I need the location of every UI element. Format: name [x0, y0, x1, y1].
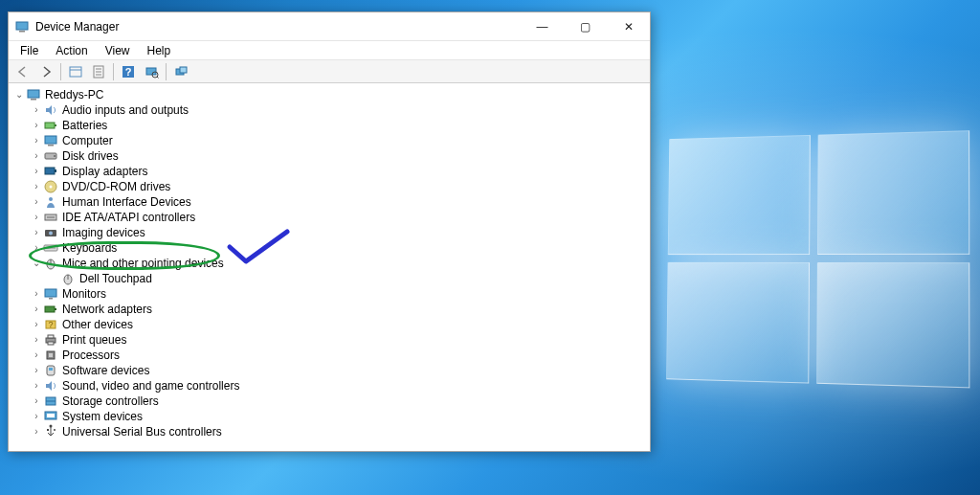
uninstall-button[interactable]	[170, 62, 191, 81]
chevron-right-icon[interactable]: ›	[30, 317, 43, 332]
menu-help[interactable]: Help	[140, 43, 179, 58]
category-label: Batteries	[62, 118, 107, 133]
svg-rect-56	[47, 429, 49, 431]
show-hide-tree-button[interactable]	[65, 62, 86, 81]
svg-line-12	[157, 77, 159, 79]
minimize-button[interactable]: —	[521, 12, 564, 40]
category-label: Sound, video and game controllers	[62, 378, 239, 394]
category-other[interactable]: › ? Other devices	[30, 317, 650, 332]
category-usb[interactable]: › Universal Serial Bus controllers	[30, 424, 650, 439]
device-manager-window: Device Manager — ▢ ✕ File Action View He…	[8, 11, 651, 452]
chevron-right-icon[interactable]: ›	[30, 240, 43, 256]
help-button[interactable]: ?	[118, 62, 139, 81]
hid-icon	[43, 194, 58, 210]
system-icon	[43, 409, 58, 424]
printer-icon	[43, 332, 58, 348]
menu-action[interactable]: Action	[48, 43, 95, 58]
svg-rect-54	[47, 414, 55, 417]
forward-button[interactable]	[35, 62, 56, 81]
chevron-down-icon[interactable]: ⌄	[12, 87, 26, 102]
tree-root-children: › Audio inputs and outputs › Batteries ›…	[12, 102, 650, 439]
ide-icon	[43, 210, 58, 225]
chevron-right-icon[interactable]: ›	[30, 286, 43, 302]
chevron-right-icon[interactable]: ›	[30, 348, 43, 363]
device-dell-touchpad[interactable]: › Dell Touchpad	[47, 271, 650, 286]
svg-rect-16	[31, 99, 36, 101]
chevron-right-icon[interactable]: ›	[30, 164, 43, 179]
svg-rect-14	[180, 67, 187, 73]
toolbar: ?	[9, 60, 650, 83]
maximize-button[interactable]: ▢	[564, 12, 607, 40]
chevron-right-icon[interactable]: ›	[30, 302, 43, 317]
svg-rect-46	[48, 342, 54, 345]
svg-point-26	[50, 186, 53, 189]
close-button[interactable]: ✕	[607, 12, 650, 40]
computer-icon	[43, 133, 58, 148]
chevron-right-icon[interactable]: ›	[30, 118, 43, 133]
category-dvd[interactable]: › DVD/CD-ROM drives	[30, 179, 650, 194]
chevron-right-icon[interactable]: ›	[30, 409, 43, 424]
chevron-right-icon[interactable]: ›	[30, 194, 43, 210]
category-hid[interactable]: › Human Interface Devices	[30, 194, 650, 210]
category-ide[interactable]: › IDE ATA/ATAPI controllers	[30, 210, 650, 225]
chevron-right-icon[interactable]: ›	[30, 148, 43, 164]
svg-point-55	[50, 425, 53, 428]
category-label: Network adapters	[62, 302, 152, 317]
device-label: Dell Touchpad	[79, 271, 152, 286]
scan-hardware-button[interactable]	[141, 62, 162, 81]
chevron-right-icon[interactable]: ›	[30, 225, 43, 240]
svg-rect-2	[70, 67, 81, 77]
properties-button[interactable]	[88, 62, 109, 81]
chevron-right-icon[interactable]: ›	[30, 332, 43, 348]
chevron-right-icon[interactable]: ›	[30, 363, 43, 378]
chevron-right-icon[interactable]: ›	[30, 179, 43, 194]
category-monitors[interactable]: › Monitors	[30, 286, 650, 302]
tree-root[interactable]: ⌄ Reddys-PC	[12, 87, 650, 102]
svg-rect-40	[45, 306, 55, 312]
network-icon	[43, 302, 58, 317]
category-keyboards[interactable]: › Keyboards	[30, 240, 650, 256]
category-disk-drives[interactable]: › Disk drives	[30, 148, 650, 164]
category-audio[interactable]: › Audio inputs and outputs	[30, 102, 650, 118]
mouse-icon	[43, 256, 58, 271]
svg-text:?: ?	[125, 66, 132, 78]
category-label: DVD/CD-ROM drives	[62, 179, 170, 194]
category-processors[interactable]: › Processors	[30, 348, 650, 363]
category-storage[interactable]: › Storage controllers	[30, 394, 650, 409]
chevron-right-icon[interactable]: ›	[30, 210, 43, 225]
menu-view[interactable]: View	[98, 43, 138, 58]
category-mice-children: › Dell Touchpad	[30, 271, 650, 286]
category-batteries[interactable]: › Batteries	[30, 118, 650, 133]
chevron-right-icon[interactable]: ›	[30, 102, 43, 118]
category-imaging[interactable]: › Imaging devices	[30, 225, 650, 240]
category-label: Storage controllers	[62, 394, 159, 409]
category-network[interactable]: › Network adapters	[30, 302, 650, 317]
tree-root-label: Reddys-PC	[45, 87, 103, 102]
menu-file[interactable]: File	[12, 43, 46, 58]
chevron-right-icon[interactable]: ›	[30, 133, 43, 148]
category-label: Processors	[62, 348, 120, 363]
category-label: Monitors	[62, 286, 106, 302]
svg-rect-18	[55, 124, 56, 126]
category-system[interactable]: › System devices	[30, 409, 650, 424]
chevron-down-icon[interactable]: ⌄	[30, 256, 43, 271]
svg-text:?: ?	[48, 320, 53, 329]
category-label: Audio inputs and outputs	[62, 102, 189, 118]
svg-rect-38	[45, 289, 56, 297]
category-label: Human Interface Devices	[62, 194, 191, 210]
chevron-right-icon[interactable]: ›	[30, 378, 43, 394]
svg-rect-24	[55, 169, 56, 172]
chevron-right-icon[interactable]: ›	[30, 424, 43, 439]
chevron-right-icon[interactable]: ›	[30, 394, 43, 409]
titlebar[interactable]: Device Manager — ▢ ✕	[9, 12, 650, 41]
category-mice[interactable]: ⌄ Mice and other pointing devices	[30, 256, 650, 271]
device-tree[interactable]: ⌄ Reddys-PC › Audio inputs and outputs ›…	[9, 83, 650, 451]
category-print[interactable]: › Print queues	[30, 332, 650, 348]
category-computer[interactable]: › Computer	[30, 133, 650, 148]
back-button[interactable]	[12, 62, 33, 81]
category-label: Software devices	[62, 363, 149, 378]
category-software[interactable]: › Software devices	[30, 363, 650, 378]
category-display-adapters[interactable]: › Display adapters	[30, 164, 650, 179]
category-sound[interactable]: › Sound, video and game controllers	[30, 378, 650, 394]
mouse-icon	[60, 271, 76, 286]
